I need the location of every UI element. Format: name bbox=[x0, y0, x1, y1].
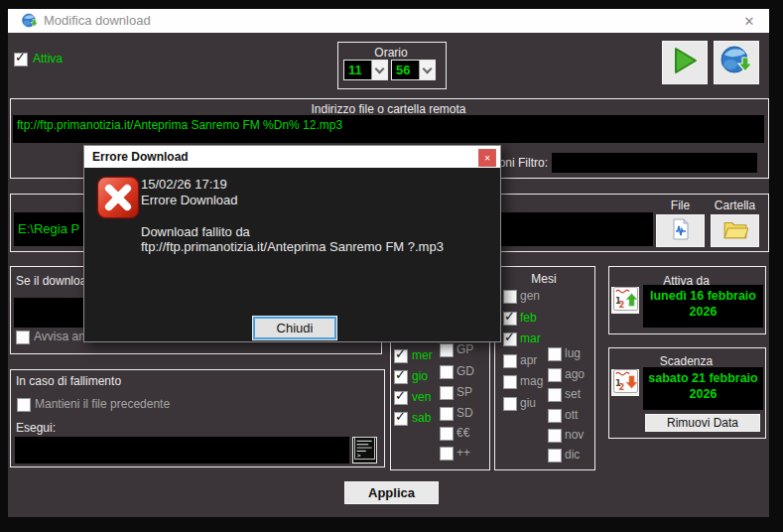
remove-date-button[interactable]: Rimuovi Data bbox=[645, 414, 760, 432]
day-mer-checkbox[interactable] bbox=[394, 349, 408, 363]
month-mag-checkbox[interactable] bbox=[503, 375, 517, 389]
download-now-button[interactable] bbox=[714, 41, 759, 84]
flag-plus-checkbox[interactable] bbox=[440, 447, 454, 461]
error-message-line1: Download fallito da bbox=[141, 224, 250, 239]
terminal-icon: > bbox=[354, 437, 375, 464]
remote-url-input[interactable]: ftp://ftp.primanotizia.it/Anteprima Sanr… bbox=[13, 115, 764, 143]
remote-address-label: Indirizzo file o cartella remota bbox=[10, 102, 767, 116]
warn-checkbox[interactable] bbox=[16, 331, 30, 344]
pick-folder-button[interactable] bbox=[711, 214, 759, 247]
flag-plus-label: ++ bbox=[457, 446, 470, 460]
folder-label: Cartella bbox=[711, 199, 759, 212]
day-ven-checkbox[interactable] bbox=[394, 391, 408, 405]
month-gen-checkbox[interactable] bbox=[503, 290, 517, 304]
error-dialog: Errore Download ✕ 15/02/26 17:19 Errore … bbox=[83, 145, 501, 342]
chevron-down-icon[interactable] bbox=[371, 61, 387, 79]
flag-euro-checkbox[interactable] bbox=[440, 427, 454, 441]
month-lug-label: lug bbox=[565, 346, 581, 360]
remove-date-label: Rimuovi Data bbox=[667, 416, 738, 430]
download-fail-label: Se il downloa bbox=[16, 274, 86, 288]
active-from-date: lunedì 16 febbraio 2026 bbox=[643, 285, 763, 328]
error-heading: Errore Download bbox=[141, 193, 238, 207]
app-window: Modifica download ✕ Attiva Orario 11 56 bbox=[0, 0, 783, 532]
error-timestamp: 15/02/26 17:19 bbox=[141, 177, 227, 192]
month-mag-label: mag bbox=[520, 374, 543, 388]
active-from-value: lunedì 16 febbraio 2026 bbox=[650, 289, 756, 319]
keep-file-label: Mantieni il file precedente bbox=[35, 397, 170, 411]
esegui-input[interactable] bbox=[15, 437, 349, 464]
months-label: Mesi bbox=[494, 272, 593, 286]
globe-download-icon bbox=[21, 12, 39, 30]
error-icon bbox=[96, 176, 140, 219]
month-apr-checkbox[interactable] bbox=[503, 354, 517, 368]
keep-file-checkbox[interactable] bbox=[17, 398, 31, 412]
minute-select[interactable]: 56 bbox=[391, 60, 436, 80]
remote-url-value: ftp://ftp.primanotizia.it/Anteprima Sanr… bbox=[17, 118, 342, 132]
chiudi-button[interactable]: Chiudi bbox=[253, 317, 336, 339]
apply-button[interactable]: Applica bbox=[344, 481, 439, 504]
apply-label: Applica bbox=[368, 485, 415, 500]
day-sab-label: sab bbox=[412, 411, 431, 425]
month-lug-checkbox[interactable] bbox=[548, 347, 562, 361]
titlebar[interactable]: Modifica download ✕ bbox=[8, 9, 769, 33]
calendar-up-icon: 1 2 bbox=[613, 287, 638, 315]
calendar-up-button[interactable]: 1 2 bbox=[611, 287, 639, 314]
month-feb-label: feb bbox=[520, 311, 537, 325]
month-ago-checkbox[interactable] bbox=[548, 368, 562, 382]
month-mar-checkbox[interactable] bbox=[503, 332, 517, 346]
svg-text:2: 2 bbox=[618, 300, 624, 310]
deadline-date: sabato 21 febbraio 2026 bbox=[643, 367, 763, 410]
month-giu-checkbox[interactable] bbox=[503, 397, 517, 411]
flag-euro-label: €€ bbox=[457, 426, 469, 440]
svg-text:>: > bbox=[357, 452, 361, 460]
esegui-label: Esegui: bbox=[16, 421, 56, 435]
calendar-down-icon: 1 2 bbox=[613, 369, 638, 397]
hour-select[interactable]: 11 bbox=[343, 60, 388, 80]
command-button[interactable]: > bbox=[352, 437, 377, 464]
month-feb-checkbox[interactable] bbox=[503, 312, 517, 326]
flag-sd-label: SD bbox=[457, 406, 473, 420]
error-dialog-titlebar[interactable]: Errore Download ✕ bbox=[84, 146, 500, 168]
local-path-value: E:\Regia P bbox=[18, 221, 79, 236]
attiva-checkbox[interactable] bbox=[14, 53, 28, 66]
deadline-label: Scadenza bbox=[608, 354, 764, 368]
calendar-down-button[interactable]: 1 2 bbox=[611, 369, 639, 396]
error-message-line2: ftp://ftp.primanotizia.it/Anteprima Sanr… bbox=[141, 239, 444, 254]
filter-input[interactable] bbox=[552, 153, 757, 173]
month-mar-label: mar bbox=[520, 332, 541, 345]
month-ott-checkbox[interactable] bbox=[548, 409, 562, 423]
day-ven-label: ven bbox=[412, 390, 431, 404]
day-mer-label: mer bbox=[412, 348, 433, 362]
orario-label: Orario bbox=[337, 46, 445, 60]
globe-download-icon bbox=[718, 43, 754, 82]
play-icon bbox=[669, 45, 701, 80]
window-title: Modifica download bbox=[44, 13, 151, 28]
month-apr-label: apr bbox=[520, 353, 537, 367]
flag-gp-checkbox[interactable] bbox=[440, 343, 454, 357]
hour-value: 11 bbox=[344, 61, 371, 79]
month-dic-checkbox[interactable] bbox=[548, 449, 562, 463]
audio-file-icon bbox=[669, 217, 693, 245]
chevron-down-icon[interactable] bbox=[419, 61, 435, 79]
month-giu-label: giu bbox=[520, 396, 536, 410]
flag-gd-checkbox[interactable] bbox=[440, 365, 454, 379]
day-gio-label: gio bbox=[412, 369, 428, 383]
month-ago-label: ago bbox=[565, 367, 585, 381]
folder-icon bbox=[722, 216, 748, 246]
minute-value: 56 bbox=[392, 61, 419, 79]
flag-gp-label: GP bbox=[457, 342, 473, 356]
start-download-button[interactable] bbox=[662, 41, 708, 84]
month-set-label: set bbox=[565, 387, 581, 401]
flag-sp-checkbox[interactable] bbox=[440, 386, 454, 400]
month-nov-label: nov bbox=[565, 428, 584, 442]
month-dic-label: dic bbox=[565, 448, 580, 462]
attiva-label: Attiva bbox=[33, 52, 63, 66]
flag-sd-checkbox[interactable] bbox=[440, 407, 454, 421]
month-set-checkbox[interactable] bbox=[548, 388, 562, 402]
pick-file-button[interactable] bbox=[656, 214, 705, 247]
day-gio-checkbox[interactable] bbox=[394, 370, 408, 384]
month-nov-checkbox[interactable] bbox=[548, 429, 562, 443]
day-sab-checkbox[interactable] bbox=[394, 412, 408, 426]
error-dialog-close-icon[interactable]: ✕ bbox=[478, 149, 496, 167]
close-icon[interactable]: ✕ bbox=[737, 11, 761, 31]
